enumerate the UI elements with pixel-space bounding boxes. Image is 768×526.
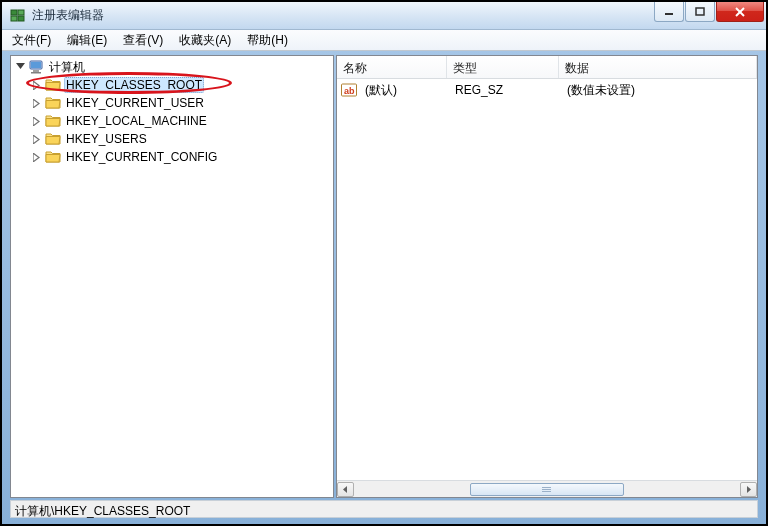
svg-marker-14 xyxy=(747,486,751,493)
computer-icon xyxy=(28,59,44,75)
svg-marker-8 xyxy=(16,63,25,69)
tree-item-label[interactable]: HKEY_CURRENT_USER xyxy=(64,95,206,111)
list-body: (默认)REG_SZ(数值未设置) xyxy=(337,79,757,101)
list-row[interactable]: (默认)REG_SZ(数值未设置) xyxy=(337,81,757,99)
svg-rect-11 xyxy=(33,70,39,72)
menu-bar: 文件(F) 编辑(E) 查看(V) 收藏夹(A) 帮助(H) xyxy=(2,30,766,51)
horizontal-scrollbar[interactable] xyxy=(337,480,757,497)
tree-item[interactable]: HKEY_LOCAL_MACHINE xyxy=(13,112,331,130)
col-name[interactable]: 名称 xyxy=(337,56,447,78)
menu-favorites[interactable]: 收藏夹(A) xyxy=(171,30,239,51)
window-title: 注册表编辑器 xyxy=(32,7,104,24)
expand-icon[interactable] xyxy=(30,150,44,164)
tree-root[interactable]: 计算机 xyxy=(13,58,331,76)
svg-rect-2 xyxy=(11,16,17,21)
tree-item[interactable]: HKEY_USERS xyxy=(13,130,331,148)
expand-icon[interactable] xyxy=(30,96,44,110)
col-type[interactable]: 类型 xyxy=(447,56,559,78)
scroll-thumb[interactable] xyxy=(470,483,624,496)
close-button[interactable] xyxy=(716,2,764,22)
svg-rect-1 xyxy=(18,10,24,15)
menu-help[interactable]: 帮助(H) xyxy=(239,30,296,51)
tree-item-label[interactable]: HKEY_USERS xyxy=(64,131,149,147)
folder-icon xyxy=(45,95,61,111)
cell-data: (数值未设置) xyxy=(561,80,757,101)
string-value-icon xyxy=(341,82,357,98)
expand-icon[interactable] xyxy=(30,114,44,128)
cell-type: REG_SZ xyxy=(449,81,561,99)
menu-file[interactable]: 文件(F) xyxy=(4,30,59,51)
col-data[interactable]: 数据 xyxy=(559,56,757,78)
svg-rect-0 xyxy=(11,10,17,15)
folder-icon xyxy=(45,131,61,147)
maximize-button[interactable] xyxy=(685,2,715,22)
app-icon xyxy=(10,8,26,24)
tree-item[interactable]: HKEY_CURRENT_USER xyxy=(13,94,331,112)
folder-icon xyxy=(45,149,61,165)
tree-item[interactable]: HKEY_CURRENT_CONFIG xyxy=(13,148,331,166)
collapse-icon[interactable] xyxy=(13,60,27,74)
status-path: 计算机\HKEY_CLASSES_ROOT xyxy=(15,504,190,518)
list-header: 名称 类型 数据 xyxy=(337,56,757,79)
list-panel[interactable]: 名称 类型 数据 (默认)REG_SZ(数值未设置) xyxy=(336,55,758,498)
svg-rect-12 xyxy=(31,72,41,74)
svg-rect-10 xyxy=(31,62,41,68)
folder-icon xyxy=(45,113,61,129)
menu-view[interactable]: 查看(V) xyxy=(115,30,171,51)
window-controls xyxy=(653,2,764,22)
tree-item-label[interactable]: HKEY_CURRENT_CONFIG xyxy=(64,149,219,165)
expand-icon[interactable] xyxy=(30,78,44,92)
content-area: 计算机 HKEY_CLASSES_ROOTHKEY_CURRENT_USERHK… xyxy=(10,55,758,498)
status-bar: 计算机\HKEY_CLASSES_ROOT xyxy=(10,500,758,518)
scroll-track[interactable] xyxy=(354,482,740,497)
tree-item-label[interactable]: HKEY_CLASSES_ROOT xyxy=(64,77,204,93)
svg-marker-13 xyxy=(343,486,347,493)
title-bar: 注册表编辑器 xyxy=(2,2,766,30)
folder-icon xyxy=(45,77,61,93)
expand-icon[interactable] xyxy=(30,132,44,146)
svg-rect-3 xyxy=(18,16,24,21)
svg-rect-5 xyxy=(696,8,704,15)
tree-item[interactable]: HKEY_CLASSES_ROOT xyxy=(13,76,331,94)
minimize-button[interactable] xyxy=(654,2,684,22)
cell-name: (默认) xyxy=(359,80,449,101)
scroll-right-icon[interactable] xyxy=(740,482,757,497)
tree-panel[interactable]: 计算机 HKEY_CLASSES_ROOTHKEY_CURRENT_USERHK… xyxy=(10,55,334,498)
menu-edit[interactable]: 编辑(E) xyxy=(59,30,115,51)
scroll-left-icon[interactable] xyxy=(337,482,354,497)
tree-item-label[interactable]: HKEY_LOCAL_MACHINE xyxy=(64,113,209,129)
tree-root-label[interactable]: 计算机 xyxy=(47,58,87,77)
